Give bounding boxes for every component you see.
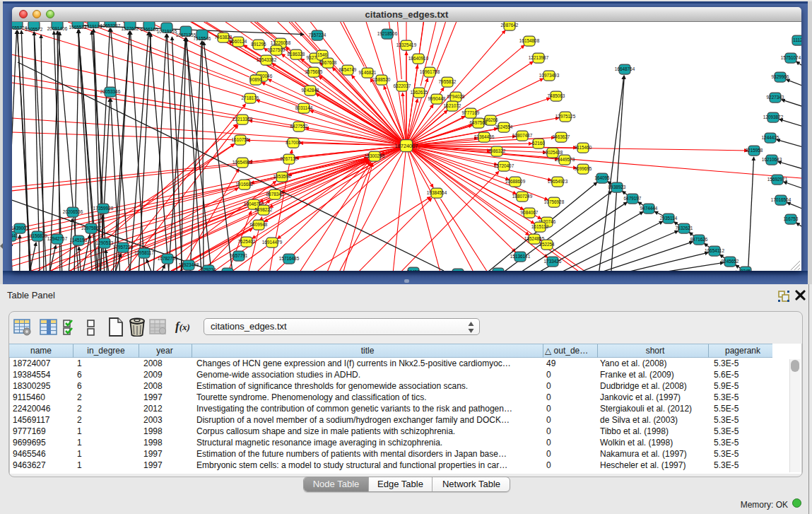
svg-text:1733426: 1733426 bbox=[544, 259, 562, 264]
svg-text:6409948: 6409948 bbox=[250, 222, 268, 227]
svg-text:8938923: 8938923 bbox=[608, 185, 626, 189]
svg-text:21364436: 21364436 bbox=[474, 134, 495, 139]
svg-text:11156829: 11156829 bbox=[28, 233, 47, 238]
svg-text:13325419: 13325419 bbox=[396, 42, 417, 47]
svg-text:201543: 201543 bbox=[490, 270, 506, 271]
svg-text:15751074: 15751074 bbox=[781, 55, 801, 60]
svg-text:1353594: 1353594 bbox=[273, 174, 291, 179]
svg-text:13449578: 13449578 bbox=[555, 157, 575, 162]
svg-text:164095: 164095 bbox=[594, 175, 610, 180]
svg-text:15716485: 15716485 bbox=[279, 256, 300, 261]
svg-text:9245: 9245 bbox=[741, 269, 751, 271]
svg-text:12942757: 12942757 bbox=[47, 236, 68, 241]
svg-text:1145193: 1145193 bbox=[70, 238, 88, 243]
svg-text:9227343: 9227343 bbox=[767, 95, 784, 100]
svg-text:18640910: 18640910 bbox=[408, 56, 429, 61]
svg-text:13226058: 13226058 bbox=[271, 40, 291, 45]
svg-text:1362615: 1362615 bbox=[411, 90, 428, 95]
svg-text:19654923: 19654923 bbox=[548, 179, 568, 184]
svg-text:1916682: 1916682 bbox=[236, 182, 254, 187]
svg-text:15136141: 15136141 bbox=[510, 254, 531, 259]
svg-text:2087642: 2087642 bbox=[501, 23, 519, 28]
svg-text:6322037: 6322037 bbox=[394, 83, 411, 88]
svg-text:8454749: 8454749 bbox=[339, 67, 357, 72]
svg-text:7632621: 7632621 bbox=[676, 226, 693, 230]
svg-text:116753: 116753 bbox=[784, 216, 799, 221]
svg-text:7515546: 7515546 bbox=[194, 36, 211, 41]
svg-text:3624554: 3624554 bbox=[495, 124, 513, 129]
svg-text:17957225: 17957225 bbox=[113, 245, 134, 250]
svg-text:16210643: 16210643 bbox=[762, 157, 782, 162]
svg-text:8031144: 8031144 bbox=[295, 105, 313, 110]
svg-text:18300295: 18300295 bbox=[365, 153, 385, 158]
svg-text:9084067: 9084067 bbox=[521, 210, 539, 215]
svg-text:86452: 86452 bbox=[407, 269, 420, 271]
svg-text:1610755: 1610755 bbox=[232, 137, 249, 142]
svg-text:1290513: 1290513 bbox=[96, 240, 114, 245]
svg-text:8660124: 8660124 bbox=[230, 39, 247, 44]
svg-text:7357224: 7357224 bbox=[309, 33, 326, 37]
svg-text:391441: 391441 bbox=[12, 233, 18, 238]
svg-text:10653287: 10653287 bbox=[100, 23, 121, 28]
svg-text:10654112: 10654112 bbox=[705, 248, 724, 253]
svg-text:252254: 252254 bbox=[539, 242, 555, 247]
svg-text:16782759: 16782759 bbox=[158, 256, 178, 261]
svg-text:16648764: 16648764 bbox=[615, 66, 635, 71]
svg-text:8471626: 8471626 bbox=[690, 237, 708, 242]
svg-text:9329966: 9329966 bbox=[772, 74, 789, 79]
svg-text:9327509: 9327509 bbox=[268, 47, 286, 52]
svg-text:1588520: 1588520 bbox=[373, 77, 391, 82]
svg-text:62160: 62160 bbox=[532, 141, 545, 146]
svg-text:7485063: 7485063 bbox=[548, 93, 565, 98]
svg-text:17016504: 17016504 bbox=[771, 197, 792, 202]
svg-text:10958117: 10958117 bbox=[134, 250, 154, 255]
svg-text:2718176: 2718176 bbox=[242, 95, 259, 100]
svg-text:164082: 164082 bbox=[220, 270, 235, 271]
svg-text:7955812: 7955812 bbox=[439, 79, 457, 84]
svg-text:9146821: 9146821 bbox=[359, 70, 377, 75]
svg-text:15692971: 15692971 bbox=[767, 177, 788, 182]
svg-text:9777169: 9777169 bbox=[462, 110, 480, 115]
svg-text:3575685: 3575685 bbox=[305, 69, 323, 74]
svg-text:7986322: 7986322 bbox=[488, 148, 506, 153]
svg-text:1112: 1112 bbox=[793, 37, 801, 42]
svg-text:19384554: 19384554 bbox=[427, 190, 447, 195]
svg-text:15720407: 15720407 bbox=[494, 163, 514, 168]
svg-text:7625402: 7625402 bbox=[238, 239, 256, 244]
svg-text:16961758: 16961758 bbox=[420, 69, 440, 74]
svg-text:8267130: 8267130 bbox=[281, 156, 298, 161]
svg-text:10025438: 10025438 bbox=[543, 150, 563, 155]
svg-text:6466160: 6466160 bbox=[141, 27, 158, 32]
svg-text:817006: 817006 bbox=[286, 140, 301, 145]
svg-text:12975125: 12975125 bbox=[555, 114, 576, 119]
svg-text:9463627: 9463627 bbox=[553, 134, 570, 139]
svg-text:19218506: 19218506 bbox=[377, 31, 398, 36]
svg-text:20053346: 20053346 bbox=[100, 89, 121, 94]
svg-text:9245652: 9245652 bbox=[722, 259, 739, 264]
svg-text:2005572: 2005572 bbox=[25, 27, 43, 32]
svg-text:891295: 891295 bbox=[251, 42, 266, 47]
svg-text:12213369: 12213369 bbox=[233, 117, 253, 122]
svg-text:2367608: 2367608 bbox=[319, 60, 337, 65]
svg-text:10973493: 10973493 bbox=[539, 73, 560, 78]
svg-text:5498222: 5498222 bbox=[255, 207, 273, 212]
svg-text:6479197: 6479197 bbox=[624, 196, 642, 201]
svg-text:10543382: 10543382 bbox=[257, 57, 277, 62]
svg-text:10688609: 10688609 bbox=[505, 179, 526, 184]
svg-text:9115460: 9115460 bbox=[575, 145, 592, 150]
svg-text:10807487: 10807487 bbox=[512, 133, 533, 138]
svg-text:8878342: 8878342 bbox=[266, 192, 284, 197]
svg-text:10654982: 10654982 bbox=[233, 160, 253, 165]
svg-text:9474444: 9474444 bbox=[640, 206, 658, 211]
svg-text:8186328: 8186328 bbox=[288, 52, 305, 57]
svg-text:12093872: 12093872 bbox=[763, 115, 784, 119]
svg-text:9657791: 9657791 bbox=[230, 253, 248, 258]
svg-text:1615112: 1615112 bbox=[531, 224, 549, 229]
svg-text:10756928: 10756928 bbox=[544, 199, 565, 204]
svg-text:2935114: 2935114 bbox=[660, 216, 678, 221]
svg-text:6794028: 6794028 bbox=[447, 94, 465, 99]
svg-text:1546: 1546 bbox=[317, 52, 328, 57]
svg-text:8427552: 8427552 bbox=[290, 124, 308, 129]
svg-text:18724007: 18724007 bbox=[395, 143, 418, 149]
svg-text:8215958: 8215958 bbox=[746, 148, 763, 153]
